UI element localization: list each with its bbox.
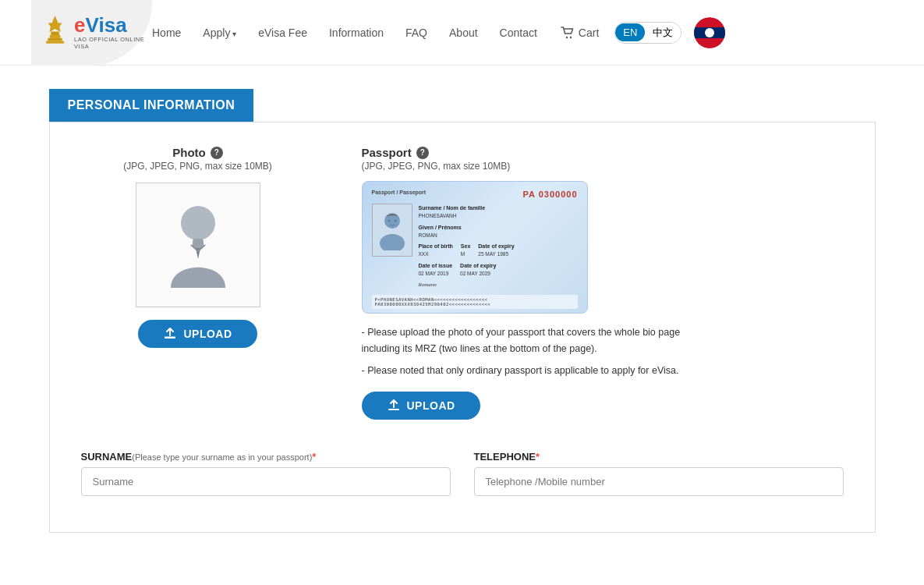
passport-surname-label: Surname / Nom de famille [419, 204, 578, 212]
passport-card-illustration: Passport / Passeport PA 0300000 [362, 181, 588, 314]
telephone-label: TELEPHONE* [474, 451, 844, 463]
evisa-rest: Visa [86, 13, 127, 37]
passport-header: Passport / Passeport PA 0300000 [372, 190, 578, 199]
flag-icon [694, 17, 725, 48]
surname-input[interactable] [81, 467, 451, 496]
laos-flag-svg [694, 17, 725, 48]
nav-item-home[interactable]: Home [152, 27, 181, 39]
passport-number: PA 0300000 [523, 190, 578, 199]
passport-type: Passport / Passeport [372, 190, 427, 195]
svg-point-9 [705, 28, 714, 37]
surname-label: SURNAME(Please type your surname as in y… [81, 451, 451, 463]
evisa-e-letter: e [74, 13, 85, 37]
upload-icon [163, 327, 177, 341]
svg-rect-2 [50, 35, 61, 38]
passport-label: Passport ? [362, 146, 844, 159]
passport-card: Passport / Passeport PA 0300000 [362, 181, 588, 314]
surname-hint: (Please type your surname as in your pas… [132, 452, 312, 462]
svg-rect-1 [51, 31, 59, 35]
form-group-surname: SURNAME(Please type your surname as in y… [81, 451, 451, 496]
cart-label: Cart [579, 27, 599, 39]
photo-placeholder [136, 183, 260, 307]
logo-area: eVisa LAO OFFICIAL ONLINE VISA [31, 0, 152, 66]
nav-item-faq[interactable]: FAQ [405, 27, 427, 39]
svg-rect-18 [388, 409, 399, 410]
svg-rect-3 [48, 37, 62, 41]
nav-link-about[interactable]: About [449, 27, 478, 39]
passport-dates-row: Date of issue 02 MAY 2019 Date of expiry… [419, 261, 578, 278]
nav-right: Cart EN 中文 [553, 17, 726, 48]
photo-upload-column: Photo ? (JPG, JPEG, PNG, max size 10MB) [81, 146, 315, 420]
form-row-surname-telephone: SURNAME(Please type your surname as in y… [81, 451, 844, 496]
nav-link-evisa-fee[interactable]: eVisa Fee [258, 27, 307, 39]
nav-link-faq[interactable]: FAQ [405, 27, 427, 39]
passport-hint: (JPG, JPEG, PNG, max size 10MB) [362, 161, 844, 172]
passport-body: Surname / Nom de famille PHONESAVANH Giv… [372, 204, 578, 290]
photo-hint: (JPG, JPEG, PNG, max size 10MB) [123, 161, 272, 172]
cart-icon [561, 27, 575, 39]
svg-point-17 [394, 220, 396, 222]
svg-rect-11 [193, 239, 204, 248]
passport-instructions: - Please upload the photo of your passpo… [362, 324, 705, 379]
passport-details: Surname / Nom de famille PHONESAVANH Giv… [419, 204, 578, 290]
svg-point-16 [388, 220, 390, 222]
svg-point-10 [181, 206, 215, 240]
passport-dob: Place of birth XXX [419, 242, 453, 259]
lang-switcher[interactable]: EN 中文 [614, 22, 681, 44]
upload-section: Photo ? (JPG, JPEG, PNG, max size 10MB) [81, 146, 844, 420]
nav-links: Home Apply eVisa Fee Information FAQ Abo… [152, 27, 537, 39]
logo-inner: eVisa LAO OFFICIAL ONLINE VISA [31, 13, 152, 52]
logo-text-block: eVisa LAO OFFICIAL ONLINE VISA [74, 15, 152, 50]
temple-icon [39, 13, 71, 52]
svg-rect-4 [46, 41, 64, 43]
telephone-input[interactable] [474, 467, 844, 496]
nav-item-apply[interactable]: Apply [203, 27, 236, 39]
passport-end: Date of expiry 02 MAY 2029 [460, 261, 496, 278]
nav-item-contact[interactable]: Contact [500, 27, 537, 39]
lang-en-button[interactable]: EN [615, 23, 645, 41]
passport-given-value: ROMAN [419, 232, 578, 239]
surname-required: * [312, 451, 316, 463]
photo-upload-button[interactable]: UPLOAD [138, 320, 257, 348]
form-group-telephone: TELEPHONE* [474, 451, 844, 496]
nav-item-evisa-fee[interactable]: eVisa Fee [258, 27, 307, 39]
navbar: eVisa LAO OFFICIAL ONLINE VISA Home Appl… [0, 0, 924, 66]
lang-zh-button[interactable]: 中文 [645, 23, 681, 43]
passport-upload-column: Passport ? (JPG, JPEG, PNG, max size 10M… [362, 146, 844, 420]
svg-point-6 [570, 36, 572, 37]
passport-photo-box [372, 204, 412, 257]
nav-link-information[interactable]: Information [329, 27, 384, 39]
cart-button[interactable]: Cart [561, 27, 599, 39]
passport-instruction-2: - Please noted that only ordinary passpo… [362, 363, 705, 379]
telephone-required: * [536, 451, 540, 463]
section-header: PERSONAL INFORMATION [49, 89, 254, 122]
photo-help-icon[interactable]: ? [211, 147, 223, 159]
passport-help-icon[interactable]: ? [416, 147, 429, 159]
passport-mrz: P<PHONESAVANH<<ROMAN<<<<<<<<<<<<<<<<<< P… [372, 295, 578, 309]
nav-item-about[interactable]: About [449, 27, 478, 39]
passport-signature: Romann [419, 281, 578, 289]
passport-sex: Sex M [461, 242, 470, 259]
passport-given-label: Given / Prénoms [419, 223, 578, 232]
photo-label: Photo ? [172, 146, 223, 159]
page-content: PERSONAL INFORMATION Photo ? (JPG, JPEG,… [34, 89, 891, 533]
evisa-subtext: LAO OFFICIAL ONLINE VISA [74, 36, 152, 50]
nav-item-information[interactable]: Information [329, 27, 384, 39]
svg-rect-13 [165, 337, 175, 339]
svg-marker-0 [48, 16, 62, 31]
passport-person-icon [377, 210, 407, 250]
nav-link-apply[interactable]: Apply [203, 27, 236, 39]
passport-surname-value: PHONESAVANH [419, 212, 578, 220]
passport-issue: Date of issue 02 MAY 2019 [419, 261, 453, 278]
nav-link-home[interactable]: Home [152, 27, 181, 39]
person-silhouette-icon [155, 198, 241, 292]
svg-point-5 [566, 36, 568, 37]
evisa-logo-text: eVisa [74, 15, 152, 35]
nav-link-contact[interactable]: Contact [500, 27, 537, 39]
svg-point-15 [380, 234, 405, 250]
passport-instruction-1: - Please upload the photo of your passpo… [362, 324, 705, 358]
form-card: Photo ? (JPG, JPEG, PNG, max size 10MB) [49, 122, 876, 533]
passport-upload-icon [387, 399, 401, 413]
passport-upload-button[interactable]: UPLOAD [362, 392, 480, 420]
passport-upload-btn-row: UPLOAD [362, 392, 844, 420]
